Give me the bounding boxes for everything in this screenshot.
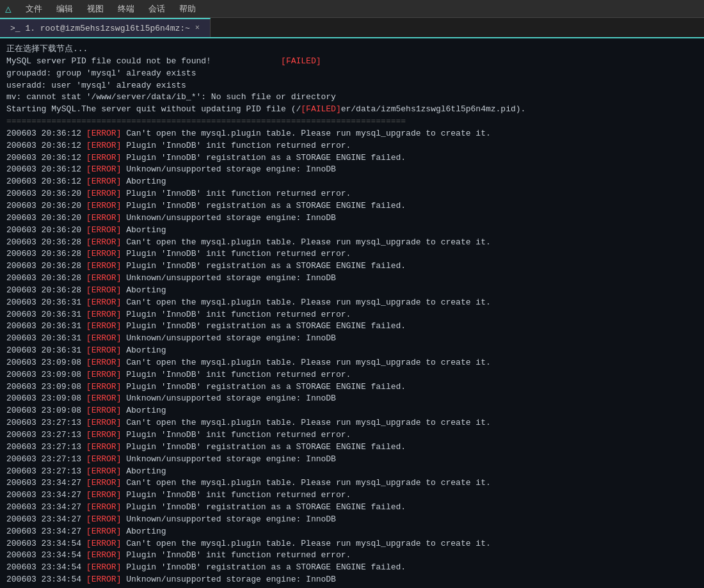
- terminal-output[interactable]: 正在选择下载节点...MySQL server PID file could n…: [0, 38, 704, 588]
- terminal-line: 200603 23:27:13 [ERROR] Unknown/unsuppor…: [6, 454, 698, 466]
- terminal-line: ========================================…: [6, 116, 698, 128]
- menu-file[interactable]: 文件: [19, 2, 49, 16]
- terminal-line: 正在选择下载节点...: [6, 44, 698, 56]
- menu-help[interactable]: 帮助: [173, 2, 202, 16]
- tab-1[interactable]: >_ 1. root@izm5ehs1zswgl6tl5p6n4mz:~ ×: [0, 18, 211, 37]
- tab-close-button[interactable]: ×: [195, 24, 200, 33]
- terminal-line: 200603 20:36:12 [ERROR] Can't open the m…: [6, 128, 698, 140]
- terminal-line: Starting MySQL.The server quit without u…: [6, 104, 698, 116]
- terminal-line: 200603 23:34:27 [ERROR] Plugin 'InnoDB' …: [6, 489, 698, 502]
- tabbar: >_ 1. root@izm5ehs1zswgl6tl5p6n4mz:~ ×: [0, 18, 704, 38]
- terminal-line: 200603 23:27:13 [ERROR] Plugin 'InnoDB' …: [6, 441, 698, 454]
- terminal-line: 200603 23:27:13 [ERROR] Plugin 'InnoDB' …: [6, 429, 698, 441]
- menu-terminal[interactable]: 终端: [111, 2, 141, 16]
- terminal-line: 200603 20:36:31 [ERROR] Plugin 'InnoDB' …: [6, 321, 698, 333]
- terminal-line: 200603 20:36:28 [ERROR] Unknown/unsuppor…: [6, 273, 698, 285]
- terminal-line: 200603 23:34:54 [ERROR] Plugin 'InnoDB' …: [6, 550, 698, 562]
- terminal-line: 200603 20:36:31 [ERROR] Can't open the m…: [6, 297, 698, 309]
- menu-view[interactable]: 视图: [81, 2, 110, 16]
- menu-session[interactable]: 会话: [142, 2, 172, 16]
- menubar: △ 文件 编辑 视图 终端 会话 帮助: [0, 0, 704, 18]
- terminal-line: 200603 20:36:12 [ERROR] Unknown/unsuppor…: [6, 164, 698, 176]
- terminal-line: 200603 20:36:28 [ERROR] Plugin 'InnoDB' …: [6, 260, 698, 273]
- terminal-line: mv: cannot stat '/www/server/data/ib_*':…: [6, 91, 698, 104]
- terminal-line: 200603 20:36:31 [ERROR] Aborting: [6, 345, 698, 357]
- terminal-line: groupadd: group 'mysql' already exists: [6, 68, 698, 80]
- terminal-line: 200603 20:36:31 [ERROR] Plugin 'InnoDB' …: [6, 309, 698, 321]
- terminal-line: 200603 23:34:54 [ERROR] Unknown/unsuppor…: [6, 574, 698, 586]
- app-logo: △: [5, 3, 12, 15]
- terminal-line: 200603 20:36:31 [ERROR] Unknown/unsuppor…: [6, 333, 698, 345]
- terminal-line: 200603 23:09:08 [ERROR] Aborting: [6, 405, 698, 417]
- terminal-line: 200603 23:09:08 [ERROR] Plugin 'InnoDB' …: [6, 381, 698, 393]
- terminal-line: 200603 20:36:28 [ERROR] Aborting: [6, 285, 698, 297]
- terminal-line: 200603 20:36:12 [ERROR] Plugin 'InnoDB' …: [6, 140, 698, 152]
- terminal-line: 200603 23:34:54 [ERROR] Plugin 'InnoDB' …: [6, 562, 698, 574]
- terminal-line: MySQL server PID file could not be found…: [6, 56, 698, 68]
- menubar-items: 文件 编辑 视图 终端 会话 帮助: [19, 2, 202, 16]
- terminal-line: 200603 23:34:27 [ERROR] Can't open the m…: [6, 477, 698, 489]
- terminal-line: 200603 23:34:27 [ERROR] Aborting: [6, 526, 698, 538]
- terminal-line: 200603 20:36:20 [ERROR] Aborting: [6, 225, 698, 237]
- terminal-line: 200603 23:34:27 [ERROR] Plugin 'InnoDB' …: [6, 502, 698, 514]
- terminal-line: 200603 20:36:28 [ERROR] Plugin 'InnoDB' …: [6, 248, 698, 260]
- terminal-line: 200603 23:27:13 [ERROR] Aborting: [6, 466, 698, 478]
- menu-edit[interactable]: 编辑: [50, 2, 79, 16]
- terminal-line: 200603 23:27:13 [ERROR] Can't open the m…: [6, 417, 698, 429]
- terminal-line: 200603 20:36:12 [ERROR] Plugin 'InnoDB' …: [6, 152, 698, 164]
- terminal-line: 200603 23:34:27 [ERROR] Unknown/unsuppor…: [6, 514, 698, 526]
- terminal-line: useradd: user 'mysql' already exists: [6, 80, 698, 92]
- terminal-line: 200603 20:36:28 [ERROR] Can't open the m…: [6, 237, 698, 249]
- tab-label: >_ 1. root@izm5ehs1zswgl6tl5p6n4mz:~: [10, 24, 190, 33]
- terminal-line: 200603 23:09:08 [ERROR] Can't open the m…: [6, 357, 698, 369]
- terminal-line: 200603 20:36:20 [ERROR] Unknown/unsuppor…: [6, 212, 698, 225]
- terminal-line: 200603 20:36:12 [ERROR] Aborting: [6, 176, 698, 188]
- terminal-line: 200603 20:36:20 [ERROR] Plugin 'InnoDB' …: [6, 200, 698, 212]
- terminal-line: 200603 23:34:54 [ERROR] Can't open the m…: [6, 538, 698, 550]
- terminal-line: 200603 20:36:20 [ERROR] Plugin 'InnoDB' …: [6, 188, 698, 200]
- terminal-line: 200603 23:09:08 [ERROR] Unknown/unsuppor…: [6, 393, 698, 405]
- terminal-line: 200603 23:09:08 [ERROR] Plugin 'InnoDB' …: [6, 369, 698, 381]
